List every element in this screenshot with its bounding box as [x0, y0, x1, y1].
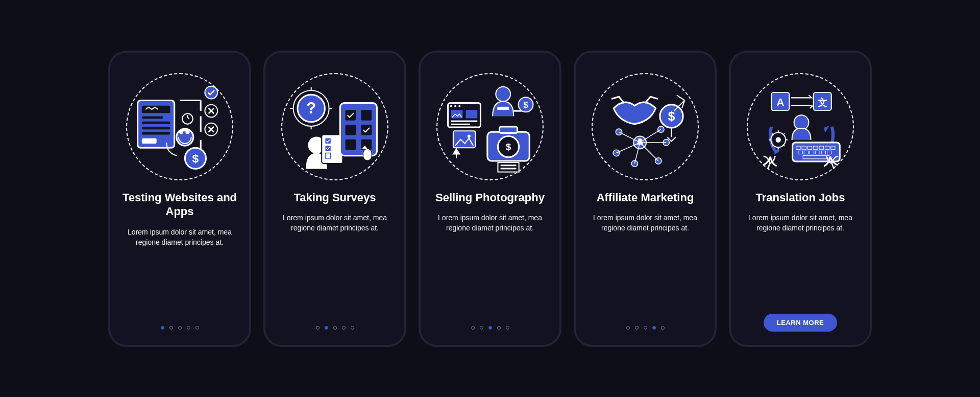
onboarding-screen-3: $ $ Selling Photography Lorem ipsum dolo… [419, 51, 561, 347]
onboarding-screen-2: ? Taking Surveys Lorem ipsum dolor sit a… [263, 51, 406, 347]
dot-2[interactable] [480, 326, 483, 330]
svg-rect-6 [142, 138, 157, 143]
screen-title: Affiliate Marketing [597, 191, 694, 205]
svg-text:$: $ [523, 100, 528, 109]
svg-point-38 [450, 105, 452, 107]
dot-3[interactable] [644, 326, 647, 330]
svg-rect-10 [182, 129, 188, 131]
svg-rect-53 [501, 168, 517, 169]
svg-point-70 [776, 137, 781, 142]
svg-point-68 [794, 115, 809, 130]
svg-point-58 [616, 129, 622, 135]
svg-text:$: $ [506, 142, 511, 152]
svg-rect-43 [451, 120, 478, 122]
screen-description: Lorem ipsum dolor sit amet, mea regione … [431, 213, 549, 233]
dot-5[interactable] [351, 326, 354, 330]
svg-rect-3 [142, 121, 170, 124]
testing-apps-icon: $ [126, 73, 233, 180]
svg-rect-2 [142, 116, 163, 119]
svg-text:A: A [776, 96, 784, 107]
dot-3[interactable] [178, 326, 182, 330]
pagination-dots [626, 326, 665, 330]
dot-5[interactable] [195, 326, 199, 330]
svg-rect-48 [500, 127, 518, 133]
onboarding-screen-4: $ Affiliate Marketing Lorem ipsum dolor … [574, 51, 717, 347]
svg-text:$: $ [668, 109, 675, 123]
dot-1[interactable] [161, 326, 164, 330]
svg-rect-32 [363, 149, 372, 160]
screen-title: Taking Surveys [294, 191, 376, 205]
svg-point-40 [458, 105, 460, 107]
screen-title: Translation Jobs [756, 191, 845, 205]
svg-text:文: 文 [817, 97, 827, 107]
svg-rect-27 [361, 110, 372, 121]
translation-icon: A 文 [747, 73, 854, 180]
dot-2[interactable] [325, 326, 328, 330]
svg-rect-4 [142, 127, 170, 129]
dot-4[interactable] [652, 326, 656, 330]
dot-3[interactable] [333, 326, 337, 330]
svg-text:$: $ [192, 152, 199, 165]
screen-description: Lorem ipsum dolor sit amet, mea regione … [741, 213, 860, 233]
svg-rect-5 [142, 132, 170, 134]
onboarding-screen-5: A 文 Translation Jobs Lorem ipsum dolor s… [729, 51, 872, 347]
onboarding-screen-1: $ Testing Websites and Apps Lorem ipsum … [108, 51, 251, 347]
dot-2[interactable] [635, 326, 639, 330]
pagination-dots [471, 326, 509, 330]
dot-5[interactable] [661, 326, 665, 330]
screen-description: Lorem ipsum dolor sit amet, mea regione … [120, 227, 239, 248]
learn-more-button[interactable]: LEARN MORE [764, 314, 837, 332]
screen-description: Lorem ipsum dolor sit amet, mea regione … [276, 213, 394, 233]
svg-rect-51 [498, 162, 519, 172]
svg-text:?: ? [306, 99, 316, 117]
pagination-dots [161, 326, 199, 330]
svg-rect-34 [497, 106, 509, 109]
surveys-icon: ? [281, 73, 388, 180]
dot-4[interactable] [342, 326, 346, 330]
dot-1[interactable] [471, 326, 475, 330]
svg-rect-26 [346, 110, 356, 121]
dot-4[interactable] [187, 326, 190, 330]
dot-5[interactable] [506, 326, 509, 330]
svg-point-39 [454, 105, 456, 107]
screen-title: Testing Websites and Apps [120, 191, 239, 219]
svg-rect-44 [451, 123, 470, 125]
svg-rect-30 [346, 139, 356, 150]
svg-point-33 [496, 86, 510, 101]
svg-rect-42 [466, 110, 478, 118]
pagination-dots [316, 326, 354, 330]
svg-point-13 [205, 86, 217, 99]
screen-description: Lorem ipsum dolor sit amet, mea regione … [586, 213, 704, 233]
svg-point-46 [468, 134, 471, 137]
svg-rect-28 [346, 124, 356, 135]
dot-3[interactable] [488, 326, 492, 330]
dot-1[interactable] [626, 326, 630, 330]
dot-1[interactable] [316, 326, 320, 330]
svg-rect-45 [453, 131, 475, 148]
dot-4[interactable] [497, 326, 501, 330]
dot-2[interactable] [169, 326, 173, 330]
screen-title: Selling Photography [435, 191, 545, 205]
affiliate-icon: $ [592, 73, 699, 180]
photography-icon: $ $ [436, 73, 544, 180]
svg-rect-29 [361, 124, 372, 135]
svg-rect-52 [501, 165, 517, 166]
